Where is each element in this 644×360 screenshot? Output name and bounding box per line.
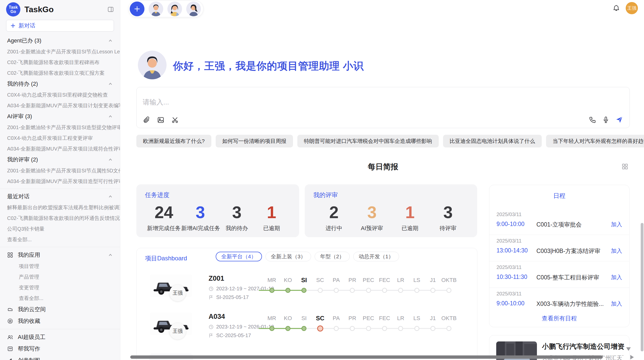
layout-grid-icon[interactable] <box>622 163 628 170</box>
sidebar-item-my-apps[interactable]: 我的应用 <box>0 249 120 261</box>
stat-label: 已逾期 <box>391 224 429 232</box>
view-all-recent[interactable]: 查看全部... <box>0 234 120 245</box>
tab-all-new-platform[interactable]: 全新平台（4） <box>216 252 262 261</box>
schedule-date: 2025/03/11 <box>496 291 522 297</box>
app-item-product-mgmt[interactable]: 产品管理 <box>0 272 120 282</box>
chevron-up-icon[interactable] <box>108 252 113 258</box>
project-name: Z001 <box>209 275 224 282</box>
section-recent-chats[interactable]: 最近对话 <box>0 191 120 202</box>
app-item-view-all[interactable]: 查看全部... <box>0 293 120 304</box>
suggestion-chip[interactable]: 比亚迪全固态电池计划具体说了什么 <box>443 135 542 147</box>
milestone-bar: MR KO SI SC PA PR PEC FEC LR LS J1 OKTB <box>264 277 457 294</box>
list-item[interactable]: Z001-全新燃油轻卡产品开发项目SI节点属性5D文件评审 <box>0 165 120 176</box>
project-row[interactable]: 王强 A034 2023-12-19 ~ 2026-01-19 SC-2025-… <box>137 313 477 351</box>
new-chat-button[interactable]: 新对话 <box>6 20 114 32</box>
join-link[interactable]: 加入 <box>611 247 622 255</box>
list-item[interactable]: Z001-全新燃油轻卡产品开发项目SI造型提交物评审 <box>0 122 120 133</box>
sidebar-item-ai-super-staff[interactable]: AI超级员工 <box>0 331 120 343</box>
avatar[interactable] <box>186 2 201 16</box>
milestone-label: J1 <box>425 277 441 284</box>
microphone-icon[interactable] <box>602 116 610 124</box>
milestone-node <box>382 326 387 331</box>
milestone-track <box>264 287 457 294</box>
user-avatar[interactable]: 王强 <box>626 2 638 14</box>
vertical-scrollbar[interactable] <box>641 223 643 351</box>
scroll-right-arrow-icon[interactable] <box>630 355 634 359</box>
tab-year-model[interactable]: 年型（2） <box>315 252 350 261</box>
milestone-node <box>366 288 371 293</box>
tab-powertrain[interactable]: 动总开发（1） <box>353 252 399 261</box>
list-item[interactable]: C02-飞腾新能源轻客改款项目里程碑画布 <box>0 57 120 68</box>
schedule-time: 9:00-10:00 <box>496 300 524 307</box>
horizontal-scrollbar[interactable] <box>130 355 603 359</box>
sidebar-item-favorites[interactable]: 我的收藏 <box>0 315 120 327</box>
chat-input[interactable] <box>143 96 499 109</box>
list-item[interactable]: A034-全新新能源MUV产品开发项目法规符合性评审 <box>0 143 120 154</box>
milestone-node <box>334 288 339 293</box>
suggestion-chip[interactable]: 欧洲新规最近颁布了什么? <box>136 135 211 147</box>
suggestion-chip[interactable]: 如何写一份清晰的项目周报 <box>216 135 293 147</box>
chevron-up-icon[interactable] <box>108 81 113 86</box>
milestone-node <box>414 326 419 331</box>
send-icon[interactable] <box>615 116 623 124</box>
chevron-up-icon[interactable] <box>108 157 113 162</box>
section-title: AI评审 (3) <box>7 113 32 120</box>
stat: 1已逾期 <box>391 202 429 232</box>
sidebar-item-help-write[interactable]: 帮我写作 <box>0 343 120 355</box>
list-item[interactable]: A034-全新新能源MUV产品开发项目造型可行性评审 <box>0 176 120 187</box>
sidebar-item-cloud-space[interactable]: 我的云空间 <box>0 304 120 315</box>
list-item[interactable]: 解释最新出台的欧盟报废车法规再生塑料比例被调至15%... <box>0 202 120 213</box>
section-my-todo[interactable]: 我的待办 (2) <box>0 78 120 89</box>
milestone-label: PA <box>328 277 344 284</box>
notification-bell-icon[interactable] <box>612 4 620 12</box>
milestone-node <box>350 288 355 293</box>
attachment-icon[interactable] <box>143 116 150 124</box>
sidebar-collapse-icon[interactable] <box>107 6 114 13</box>
card-title: 我的评审 <box>313 191 469 199</box>
chevron-up-icon[interactable] <box>108 38 113 43</box>
suggestion-chip[interactable]: 当下年轻人对汽车外观有怎样的喜好趋势 <box>546 135 644 147</box>
list-item[interactable]: C02-飞腾新能源轻客改款项目的闭环通告反馈情况 <box>0 213 120 223</box>
project-row[interactable]: 王强 Z001 2023-12-19 ~ 2027-01-19 SI-2025-… <box>137 275 477 313</box>
chevron-up-icon[interactable] <box>108 114 113 119</box>
stat-label: 新增AI完成任务 <box>181 224 219 232</box>
app-item-project-mgmt[interactable]: 项目管理 <box>0 261 120 272</box>
avatar[interactable] <box>149 2 163 16</box>
stat-value: 3 <box>181 202 219 223</box>
suggestion-chip[interactable]: 特朗普可能对进口汽车增税会对中国车企造成哪些影响 <box>297 135 439 147</box>
milestone-label: OKTB <box>441 315 457 322</box>
section-title: Agent已办 (3) <box>7 37 41 44</box>
list-item[interactable]: C0X4-动力总成开发项目工程变更评审 <box>0 133 120 143</box>
section-agent-done[interactable]: Agent已办 (3) <box>0 35 120 46</box>
milestone-node-overdue <box>317 325 323 332</box>
scissors-icon[interactable] <box>171 116 179 124</box>
list-item[interactable]: 公司Q3轻卡销量 <box>0 223 120 234</box>
join-link[interactable]: 加入 <box>611 274 622 281</box>
tab-new-body[interactable]: 全新上装（3） <box>266 252 311 261</box>
view-all-schedule-link[interactable]: 查看所有日程 <box>489 314 629 322</box>
milestone-label: PEC <box>360 315 376 322</box>
list-item[interactable]: A034-全新新能源MUV产品开发项目计划变更表编写 <box>0 100 120 111</box>
avatar[interactable] <box>167 2 182 16</box>
divider <box>0 329 120 329</box>
milestone-node <box>350 326 355 331</box>
join-link[interactable]: 加入 <box>611 300 622 308</box>
milestone-node <box>414 288 419 293</box>
join-link[interactable]: 加入 <box>611 221 622 228</box>
chevron-up-icon[interactable] <box>108 194 113 199</box>
image-icon[interactable] <box>157 116 165 124</box>
list-item[interactable]: Z001-全新燃油皮卡产品开发项目SI节点Lesson Learn报告 <box>0 46 120 57</box>
app-item-change-mgmt[interactable]: 变更管理 <box>0 282 120 293</box>
add-member-button[interactable] <box>130 2 144 16</box>
schedule-time: 10:30-11:30 <box>496 274 527 280</box>
section-ai-review[interactable]: AI评审 (3) <box>0 111 120 122</box>
sidebar-item-creative-draw[interactable]: 创意制图 <box>0 355 120 360</box>
phone-icon[interactable] <box>589 116 596 124</box>
milestone-label: LS <box>409 315 425 322</box>
list-item[interactable]: C02-飞腾新能源轻客改款项目立项汇报方案 <box>0 68 120 78</box>
list-item[interactable]: C0X4-动力总成开发项目SI里程碑提交物检查 <box>0 89 120 100</box>
section-my-review[interactable]: 我的评审 (2) <box>0 154 120 165</box>
suggestion-chips: 欧洲新规最近颁布了什么? 如何写一份清晰的项目周报 特朗普可能对进口汽车增税会对… <box>136 135 631 147</box>
scroll-down-arrow-icon[interactable] <box>626 347 631 351</box>
milestone-node <box>269 326 274 331</box>
